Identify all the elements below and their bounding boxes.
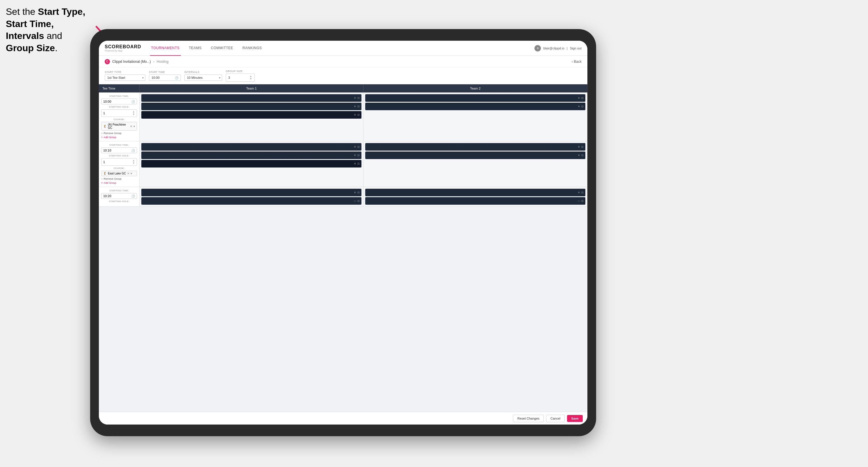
add-group-2[interactable]: + Add Group — [101, 182, 137, 184]
player-expand-2-t1-2[interactable]: ⊡ — [358, 154, 360, 157]
breadcrumb-separator: › — [153, 60, 154, 64]
player-row-2-t2-1: ✕ ⊡ — [365, 143, 585, 151]
player-expand-2-t1-1[interactable]: ⊡ — [358, 146, 360, 148]
intervals-select[interactable]: 10 Minutes 8 Minutes 12 Minutes — [184, 74, 222, 81]
starting-hole-label-1: STARTING HOLE: — [101, 105, 137, 108]
player-row-2-t1-3: ✕ ⊡ — [141, 160, 362, 167]
hole-spinner-1[interactable]: ▲▼ — [132, 111, 135, 116]
clock-icon: 🕐 — [175, 76, 178, 80]
player-expand-1-t1-3[interactable]: ⊡ — [358, 114, 360, 116]
course-icon-1: 🏌 — [103, 125, 107, 128]
course-expand-2[interactable]: ▾ — [130, 172, 132, 175]
tee-group-3: STARTING TIME: 10:20 🕐 STARTING HOLE: ✕ … — [99, 187, 587, 207]
player-x-1-t1-1[interactable]: ✕ — [354, 97, 356, 99]
player-x-3-t2-2[interactable]: — — [578, 199, 580, 203]
tee-controls-1: STARTING TIME: 10:00 🕐 STARTING HOLE: 1 … — [99, 92, 140, 141]
user-email: blair@clippd.io — [543, 46, 564, 50]
table-body: STARTING TIME: 10:00 🕐 STARTING HOLE: 1 … — [99, 92, 587, 412]
nav-tab-committee[interactable]: COMMITTEE — [210, 41, 235, 56]
course-tag-1: 🏌 (A) Peachtree GC ✕ ▾ — [101, 122, 137, 130]
team2-cell-2: ✕ ⊡ ✕ ⊡ — [364, 141, 587, 187]
course-remove-1[interactable]: ✕ — [130, 125, 132, 128]
player-row-3-t2-1: ✕ ⊡ — [365, 189, 585, 196]
team1-cell-2: ✕ ⊡ ✕ ⊡ ✕ ⊡ — [140, 141, 364, 187]
logo-area: SCOREBOARD Powered by clipp — [105, 44, 141, 52]
sign-out-link[interactable]: Sign out — [570, 46, 582, 50]
player-expand-3-t2-2[interactable]: ⊡ — [581, 199, 584, 203]
breadcrumb-tournament[interactable]: Clippd Invitational (Mo...) — [112, 60, 151, 64]
starting-hole-label-2: STARTING HOLE: — [101, 154, 137, 157]
controls-row: Start Type 1st Tee Start Shotgun Start S… — [99, 67, 587, 84]
player-expand-1-t2-1[interactable]: ⊡ — [581, 97, 584, 99]
group-size-spinner[interactable]: ▲ ▼ — [249, 75, 252, 80]
reset-changes-button[interactable]: Reset Changes — [513, 415, 544, 422]
logo-text: SCOREBOARD — [105, 44, 141, 50]
tee-group-2: STARTING TIME: 10:10 🕐 STARTING HOLE: 1 … — [99, 141, 587, 187]
tablet-frame: SCOREBOARD Powered by clipp TOURNAMENTS … — [90, 29, 596, 436]
player-expand-2-t2-1[interactable]: ⊡ — [581, 146, 584, 148]
remove-group-1[interactable]: ○ Remove Group — [101, 132, 137, 135]
group-size-input[interactable]: 3 ▲ ▼ — [226, 73, 255, 82]
player-x-3-t2-1[interactable]: ✕ — [578, 191, 580, 194]
user-avatar: B — [534, 45, 541, 52]
player-expand-1-t1-2[interactable]: ⊡ — [358, 105, 360, 108]
player-x-1-t1-3[interactable]: ✕ — [354, 114, 356, 116]
start-type-label: Start Type — [105, 71, 145, 73]
cancel-button[interactable]: Cancel — [546, 415, 565, 422]
nav-right: B blair@clippd.io | Sign out — [534, 45, 582, 52]
nav-tab-teams[interactable]: TEAMS — [188, 41, 203, 56]
tee-time-input-2[interactable]: 10:10 🕐 — [101, 148, 137, 153]
start-time-group: Start Time 10:00 🕐 — [149, 71, 181, 81]
player-x-1-t1-2[interactable]: ✕ — [354, 105, 356, 108]
save-button[interactable]: Save — [567, 415, 583, 422]
player-x-1-t2-1[interactable]: ✕ — [578, 97, 580, 99]
tee-hole-input-2[interactable]: 1 ▲▼ — [101, 158, 137, 166]
player-x-3-t1-1[interactable]: ✕ — [354, 191, 356, 194]
intervals-select-wrapper[interactable]: 10 Minutes 8 Minutes 12 Minutes — [184, 74, 222, 81]
team2-cell-1: ✕ ⊡ ✕ ⊡ — [364, 92, 587, 141]
group-size-value: 3 — [228, 76, 230, 80]
player-expand-3-t1-2[interactable]: ⊡ — [358, 199, 360, 203]
remove-group-2[interactable]: ○ Remove Group — [101, 177, 137, 180]
player-x-1-t2-2[interactable]: ✕ — [578, 105, 580, 108]
player-x-3-t1-2[interactable]: — — [353, 199, 356, 203]
start-type-select[interactable]: 1st Tee Start Shotgun Start — [105, 74, 145, 81]
player-expand-1-t1-1[interactable]: ⊡ — [358, 97, 360, 99]
player-x-2-t1-2[interactable]: ✕ — [354, 154, 356, 157]
start-type-select-wrapper[interactable]: 1st Tee Start Shotgun Start — [105, 74, 145, 81]
player-row-2-t2-2: ✕ ⊡ — [365, 152, 585, 159]
player-expand-3-t2-1[interactable]: ⊡ — [581, 191, 584, 194]
tee-hole-input-1[interactable]: 1 ▲▼ — [101, 109, 137, 117]
hole-spinner-2[interactable]: ▲▼ — [132, 159, 135, 164]
player-x-2-t2-2[interactable]: ✕ — [578, 154, 580, 157]
remove-circle-icon-1: ○ — [101, 132, 103, 135]
add-icon-2: + — [101, 182, 103, 184]
add-group-1[interactable]: + Add Group — [101, 136, 137, 139]
tee-clock-icon-2: 🕐 — [131, 149, 135, 152]
start-type-group: Start Type 1st Tee Start Shotgun Start — [105, 71, 145, 81]
player-expand-3-t1-1[interactable]: ⊡ — [358, 191, 360, 194]
course-expand-1[interactable]: ▾ — [133, 125, 135, 128]
player-x-2-t1-1[interactable]: ✕ — [354, 146, 356, 148]
add-icon-1: + — [101, 136, 103, 139]
tee-time-input-1[interactable]: 10:00 🕐 — [101, 99, 137, 104]
player-expand-2-t1-3[interactable]: ⊡ — [358, 162, 360, 165]
player-expand-1-t2-2[interactable]: ⊡ — [581, 105, 584, 108]
nav-tab-tournaments[interactable]: TOURNAMENTS — [150, 41, 181, 56]
course-remove-2[interactable]: ✕ — [127, 172, 129, 175]
start-time-input[interactable]: 10:00 🕐 — [149, 74, 181, 81]
tee-time-value-1: 10:00 — [103, 100, 112, 103]
logo-sub: Powered by clipp — [105, 50, 141, 52]
tee-time-input-3[interactable]: 10:20 🕐 — [101, 193, 137, 199]
nav-separator: | — [567, 46, 568, 50]
nav-tab-rankings[interactable]: RANKINGS — [241, 41, 263, 56]
tee-clock-icon-1: 🕐 — [131, 100, 135, 103]
table-header: Tee Time Team 1 Team 2 — [99, 84, 587, 92]
player-x-2-t2-1[interactable]: ✕ — [578, 146, 580, 148]
player-row-1-t1-1: ✕ ⊡ — [141, 94, 362, 102]
course-name-2: East Lake GC — [108, 172, 126, 175]
player-expand-2-t2-2[interactable]: ⊡ — [581, 154, 584, 157]
back-button[interactable]: ‹ Back — [572, 60, 582, 64]
player-row-3-t1-1: ✕ ⊡ — [141, 189, 362, 196]
player-x-2-t1-3[interactable]: ✕ — [354, 162, 356, 165]
